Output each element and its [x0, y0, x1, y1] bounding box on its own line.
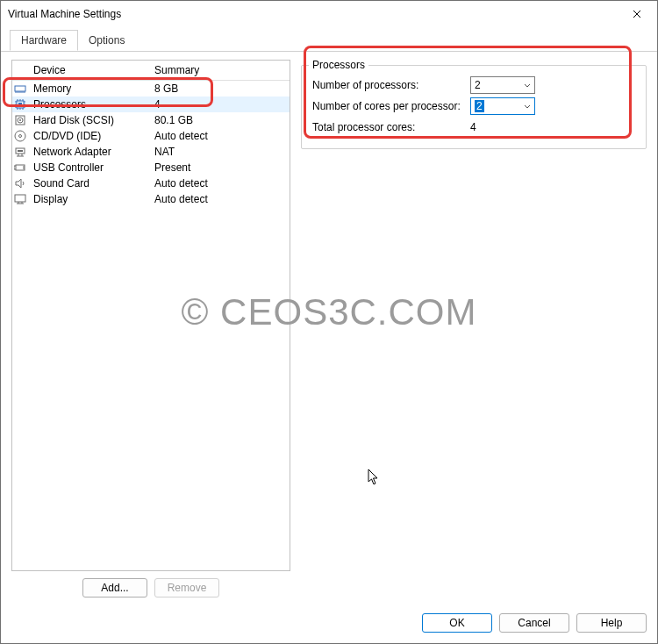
- device-name: Memory: [28, 82, 149, 95]
- device-row-memory[interactable]: Memory8 GB: [12, 81, 290, 97]
- window-title: Virtual Machine Settings: [8, 8, 121, 20]
- device-row-hard-disk-scsi-[interactable]: Hard Disk (SCSI)80.1 GB: [12, 112, 290, 128]
- device-row-display[interactable]: DisplayAuto detect: [12, 191, 290, 207]
- device-name: Network Adapter: [28, 146, 149, 158]
- device-summary: NAT: [149, 146, 290, 158]
- svg-point-7: [19, 135, 22, 138]
- device-row-cd-dvd-ide-[interactable]: CD/DVD (IDE)Auto detect: [12, 128, 290, 144]
- device-summary: Auto detect: [149, 130, 290, 142]
- device-summary: Auto detect: [149, 177, 290, 190]
- help-button[interactable]: Help: [576, 613, 647, 633]
- device-summary: 8 GB: [149, 82, 290, 95]
- processor-icon: [14, 98, 26, 111]
- svg-rect-2: [18, 103, 22, 106]
- device-list[interactable]: Device Summary Memory8 GBProcessors4Hard…: [11, 60, 290, 571]
- device-name: CD/DVD (IDE): [28, 130, 149, 142]
- label-num-cores: Number of cores per processor:: [312, 100, 461, 112]
- svg-point-6: [15, 131, 25, 141]
- chevron-down-icon: [524, 79, 531, 91]
- device-row-network-adapter[interactable]: Network AdapterNAT: [12, 144, 290, 160]
- device-list-header: Device Summary: [12, 61, 290, 81]
- row-num-cores: Number of cores per processor: 2: [312, 96, 635, 117]
- device-name: USB Controller: [28, 161, 149, 174]
- usb-icon: [14, 161, 26, 174]
- right-pane: Processors Number of processors: 2 Numbe…: [301, 60, 647, 597]
- combo-num-cores[interactable]: 2: [470, 97, 535, 115]
- dialog-footer: OK Cancel Help: [1, 606, 657, 643]
- combo-num-processors[interactable]: 2: [470, 76, 535, 94]
- device-row-sound-card[interactable]: Sound CardAuto detect: [12, 175, 290, 191]
- add-button[interactable]: Add...: [82, 578, 147, 597]
- content-area: Device Summary Memory8 GBProcessors4Hard…: [1, 51, 657, 606]
- value-total-cores: 4: [470, 121, 476, 133]
- titlebar: Virtual Machine Settings: [1, 1, 657, 27]
- vm-settings-window: Virtual Machine Settings Hardware Option…: [0, 0, 658, 644]
- device-summary: Present: [149, 161, 290, 174]
- window-close-button[interactable]: [617, 1, 657, 27]
- svg-rect-10: [16, 165, 25, 170]
- combo-num-processors-value: 2: [475, 79, 481, 91]
- combo-num-cores-value: 2: [475, 100, 484, 112]
- row-total-cores: Total processor cores: 4: [312, 117, 635, 138]
- network-icon: [14, 146, 26, 158]
- ok-button[interactable]: OK: [422, 613, 492, 633]
- tab-options[interactable]: Options: [77, 30, 136, 51]
- harddisk-icon: [14, 114, 26, 126]
- device-name: Sound Card: [28, 177, 149, 190]
- cddvd-icon: [14, 130, 26, 142]
- svg-rect-11: [15, 195, 25, 202]
- column-device: Device: [28, 64, 149, 76]
- group-title: Processors: [309, 59, 368, 71]
- display-icon: [14, 193, 26, 205]
- device-row-processors[interactable]: Processors4: [12, 97, 290, 112]
- processors-group: Processors Number of processors: 2 Numbe…: [301, 65, 647, 149]
- left-pane: Device Summary Memory8 GBProcessors4Hard…: [11, 60, 290, 597]
- sound-icon: [14, 177, 26, 190]
- label-total-cores: Total processor cores:: [312, 121, 461, 133]
- column-summary: Summary: [149, 64, 290, 76]
- svg-rect-9: [18, 150, 23, 152]
- close-icon: [633, 10, 641, 18]
- cancel-button[interactable]: Cancel: [499, 613, 569, 633]
- tab-strip: Hardware Options: [1, 30, 657, 52]
- device-buttons: Add... Remove: [11, 571, 290, 597]
- device-row-usb-controller[interactable]: USB ControllerPresent: [12, 160, 290, 175]
- label-num-processors: Number of processors:: [312, 79, 461, 91]
- memory-icon: [14, 82, 26, 95]
- svg-rect-0: [15, 86, 25, 91]
- device-name: Processors: [28, 98, 149, 111]
- row-num-processors: Number of processors: 2: [312, 75, 635, 96]
- remove-button: Remove: [154, 578, 219, 597]
- chevron-down-icon: [524, 100, 531, 112]
- device-summary: 80.1 GB: [149, 114, 290, 126]
- device-name: Hard Disk (SCSI): [28, 114, 149, 126]
- svg-point-5: [19, 119, 21, 121]
- tab-hardware[interactable]: Hardware: [10, 30, 78, 51]
- device-summary: Auto detect: [149, 193, 290, 205]
- device-summary: 4: [149, 98, 290, 111]
- device-name: Display: [28, 193, 149, 205]
